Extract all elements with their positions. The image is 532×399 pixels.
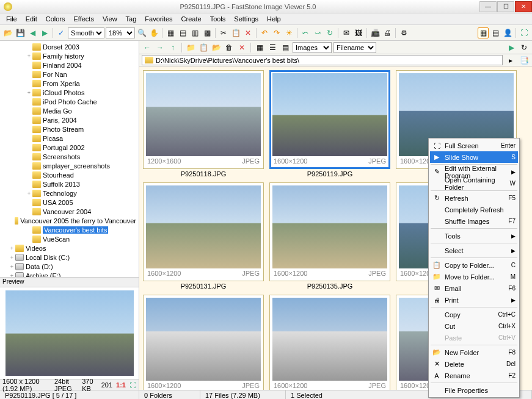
ctx-refresh[interactable]: ↻RefreshF5 — [430, 192, 518, 204]
delete2-icon[interactable]: 🗑 — [224, 42, 235, 53]
menu-effects[interactable]: Effects — [70, 15, 98, 23]
close-button[interactable]: ✕ — [515, 1, 532, 12]
tool4-icon[interactable]: ▩ — [202, 27, 213, 38]
tree-item[interactable]: Picasa — [0, 134, 139, 143]
details-icon[interactable]: ▤ — [280, 42, 291, 53]
tool2-icon[interactable]: ▤ — [177, 27, 188, 38]
thumbnail[interactable]: 1600×1200JPEGP9260149.JPG — [269, 295, 390, 390]
tree-item[interactable]: Media Go — [0, 106, 139, 115]
menu-tools[interactable]: Tools — [206, 15, 230, 23]
ctx-tools[interactable]: Tools▶ — [430, 230, 518, 242]
expand-icon[interactable]: + — [26, 90, 32, 96]
thumbnail[interactable]: 1600×1200JPEGP9260142.JPG — [143, 295, 264, 390]
menu-settings[interactable]: Settings — [230, 15, 262, 23]
tree-item[interactable]: Dorset 2003 — [0, 42, 139, 51]
ctx-copy-to-folder-[interactable]: 📋Copy to Folder...C — [430, 259, 518, 271]
expand-icon[interactable]: + — [9, 273, 15, 278]
tree-item[interactable]: For Nan — [0, 70, 139, 79]
path-input[interactable]: D:\Nick\SkyDrive\Pictures\Vancouver's be… — [142, 55, 503, 65]
ctx-completely-refresh[interactable]: Completely Refresh — [430, 204, 518, 215]
path-go-icon[interactable]: ▸ — [505, 55, 516, 66]
thumbnail[interactable]: 1600×1200JPEGP9250119.JPG — [269, 70, 390, 179]
expand-icon[interactable]: + — [9, 264, 15, 270]
tree-item[interactable]: Portugal 2002 — [0, 143, 139, 152]
tree-item[interactable]: +Family history — [0, 51, 139, 60]
rotate-right-icon[interactable]: ↷ — [271, 27, 282, 38]
sort-select[interactable]: Filename — [333, 42, 376, 53]
menu-edit[interactable]: Edit — [22, 15, 41, 23]
expand-icon[interactable]: + — [26, 53, 32, 59]
new-folder-icon[interactable]: 📁 — [185, 42, 196, 53]
nav-back-icon[interactable]: ← — [142, 42, 153, 53]
expand-icon[interactable]: + — [9, 245, 15, 251]
tree-item[interactable]: Vancouver 2004 — [0, 207, 139, 216]
thumbs-icon[interactable]: ▦ — [254, 42, 265, 53]
refresh2-icon[interactable]: ↻ — [519, 42, 530, 53]
ctx-shuffle-images[interactable]: Shuffle ImagesF7 — [430, 215, 518, 227]
tree-item[interactable]: +Technology — [0, 189, 139, 198]
path-fav-icon[interactable]: 📑 — [519, 55, 530, 66]
tree-item[interactable]: +iCloud Photos — [0, 88, 139, 97]
fullscreen-icon[interactable]: ⛶ — [519, 27, 530, 38]
tool3-icon[interactable]: ▥ — [189, 27, 200, 38]
tree-item[interactable]: iPod Photo Cache — [0, 97, 139, 106]
menu-create[interactable]: Create — [178, 15, 205, 23]
tree-item[interactable]: Finland 2004 — [0, 60, 139, 70]
ctx-new-folder[interactable]: 📂New FolderF8 — [430, 347, 518, 358]
print-icon[interactable]: 🖨 — [382, 27, 393, 38]
smooth-select[interactable]: Smooth — [68, 27, 104, 38]
folder-tree[interactable]: Dorset 2003+Family historyFinland 2004Fo… — [0, 41, 139, 278]
zoom-select[interactable]: 18% — [106, 27, 135, 38]
minimize-button[interactable]: — — [479, 1, 497, 12]
tree-item[interactable]: +Archive (E:) — [0, 271, 139, 278]
check-icon[interactable]: ✓ — [56, 27, 67, 38]
play-icon[interactable]: ▶ — [506, 42, 517, 53]
thumbnail[interactable]: 1600×1200JPEGP9250131.JPG — [143, 182, 264, 291]
menu-view[interactable]: View — [99, 15, 121, 23]
email-icon[interactable]: ✉ — [341, 27, 352, 38]
delete-icon[interactable]: ✕ — [242, 27, 253, 38]
cut-icon[interactable]: ✂ — [218, 27, 229, 38]
view1-icon[interactable]: ▦ — [478, 27, 489, 38]
nav-up-icon[interactable]: ↑ — [167, 42, 178, 53]
ctx-slide-show[interactable]: ▶Slide ShowS — [430, 151, 518, 163]
tree-item[interactable]: +Local Disk (C:) — [0, 253, 139, 262]
wallpaper-icon[interactable]: 🖼 — [353, 27, 364, 38]
ctx-open-containing-folder[interactable]: Open Containing FolderW — [430, 178, 518, 189]
tree-item[interactable]: USA 2005 — [0, 198, 139, 207]
ctx-delete[interactable]: ✕DeleteDel — [430, 358, 518, 370]
menu-file[interactable]: File — [2, 15, 21, 23]
forward-icon[interactable]: ▶ — [39, 27, 50, 38]
copy-to-icon[interactable]: 📋 — [198, 42, 209, 53]
thumbnail[interactable]: 1600×1200JPEGP9250135.JPG — [269, 182, 390, 291]
list-icon[interactable]: ☰ — [267, 42, 278, 53]
nav-fwd-icon[interactable]: → — [155, 42, 166, 53]
del-icon[interactable]: ✕ — [236, 42, 247, 53]
tree-item[interactable]: Screenshots — [0, 152, 139, 161]
sun-icon[interactable]: ☀ — [283, 27, 294, 38]
back-icon[interactable]: ◀ — [27, 27, 38, 38]
view2-icon[interactable]: ▤ — [490, 27, 501, 38]
tree-item[interactable]: Suffolk 2013 — [0, 179, 139, 189]
filter-select[interactable]: Images — [293, 42, 332, 53]
maximize-button[interactable]: ☐ — [497, 1, 514, 12]
ctx-email[interactable]: ✉EmailF6 — [430, 282, 518, 294]
settings-icon[interactable]: ⚙ — [398, 27, 409, 38]
ctx-full-screen[interactable]: ⛶Full ScreenEnter — [430, 140, 518, 151]
thumbnail[interactable]: 1200×1600JPEGP9250118.JPG — [143, 70, 264, 179]
ctx-cut[interactable]: CutCtrl+X — [430, 320, 518, 332]
tree-item[interactable]: +Videos — [0, 243, 139, 253]
ctx-select[interactable]: Select▶ — [430, 245, 518, 256]
fit-icon[interactable]: ⛶ — [129, 381, 136, 389]
open-icon[interactable]: 📂 — [2, 27, 13, 38]
tree-item[interactable]: Vancouver's best bits — [0, 225, 139, 234]
rotate-left-icon[interactable]: ↶ — [259, 27, 270, 38]
ctx-rename[interactable]: ARenameF2 — [430, 370, 518, 381]
hand-icon[interactable]: ✋ — [148, 27, 159, 38]
menu-favorites[interactable]: Favorites — [141, 15, 176, 23]
ctx-copy[interactable]: CopyCtrl+C — [430, 309, 518, 320]
menu-tag[interactable]: Tag — [122, 15, 140, 23]
copy-icon[interactable]: 📋 — [230, 27, 241, 38]
refresh-icon[interactable]: ↻ — [324, 27, 335, 38]
tool1-icon[interactable]: ▦ — [165, 27, 176, 38]
